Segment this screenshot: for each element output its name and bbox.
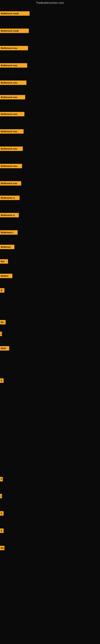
bottleneck-bar-18: Bo [0,320,6,324]
bottleneck-bar-20: Bottl [0,346,9,350]
bottleneck-bar-14: Bottlenec [0,245,14,249]
bottleneck-bar-6: Bottleneck resu [0,112,24,116]
bottleneck-bar-11: Bottleneck re [0,196,20,200]
bottleneck-bar-23: | [0,494,2,498]
bottleneck-bar-1: Bottleneck result [0,28,29,33]
bottleneck-bar-24: E [0,511,3,516]
bottleneck-bar-8: Bottleneck resu [0,146,23,151]
bottleneck-bar-2: Bottleneck resu [0,46,28,50]
bottleneck-bar-15: Bot [0,259,8,264]
bottleneck-bar-21: E [0,378,3,383]
bottleneck-bar-12: Bottleneck re [0,213,19,217]
bottleneck-bar-26: Bo [0,546,4,550]
bottleneck-bar-13: Bottleneck r [0,230,18,235]
bottleneck-bar-0: Bottleneck result [0,11,30,16]
bottleneck-bar-7: Bottleneck resu [0,129,24,134]
bottleneck-bar-17: B [0,288,4,292]
bottleneck-bar-9: Bottleneck resu [0,164,22,168]
bottleneck-bar-10: Bottleneck resu [0,181,21,186]
bottleneck-bar-16: Bottlen [0,274,12,278]
bottleneck-bar-25: E [0,528,3,533]
bottleneck-bar-22: F [0,477,3,482]
bottleneck-bar-19: | [0,332,2,336]
bottleneck-bar-3: Bottleneck resu [0,63,27,68]
bottleneck-bar-5: Bottleneck resu [0,95,25,100]
bottleneck-bar-4: Bottleneck resu [0,80,26,85]
